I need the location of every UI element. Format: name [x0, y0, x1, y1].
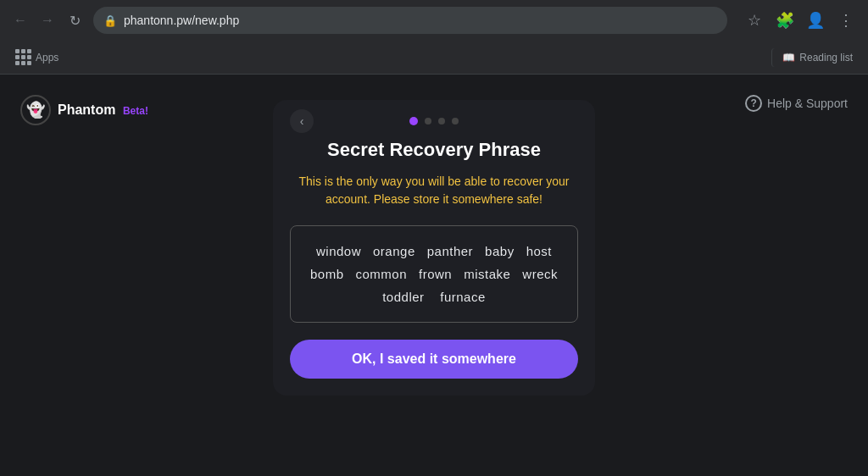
page-content: 👻 Phantom Beta! ? Help & Support ‹ Secre…: [0, 75, 868, 476]
reading-list-label: Reading list: [799, 52, 853, 64]
seed-phrase-text: window orange panther baby host bomb com…: [308, 240, 560, 308]
card-nav: ‹: [290, 117, 578, 125]
dot-4: [452, 118, 459, 125]
pagination-dots: [409, 117, 459, 125]
lock-icon: 🔒: [103, 14, 117, 27]
browser-chrome: ← → ↻ 🔒 ☆ 🧩 👤 ⋮ Apps 📖 Reading list: [0, 0, 868, 75]
reading-list-icon: 📖: [782, 52, 795, 64]
help-support-link[interactable]: ? Help & Support: [745, 95, 848, 112]
address-bar-container[interactable]: 🔒: [93, 7, 727, 34]
bookmark-button[interactable]: ☆: [741, 7, 768, 34]
card-warning: This is the only way you will be able to…: [290, 173, 578, 208]
dot-1: [409, 117, 418, 125]
help-icon: ?: [745, 95, 762, 112]
apps-link[interactable]: Apps: [8, 46, 65, 69]
nav-buttons: ← → ↻: [8, 8, 86, 32]
forward-button[interactable]: →: [36, 8, 59, 32]
ok-saved-button[interactable]: OK, I saved it somewhere: [290, 340, 578, 379]
main-card: ‹ Secret Recovery Phrase This is the onl…: [273, 100, 595, 396]
phantom-logo: 👻 Phantom Beta!: [20, 95, 148, 125]
dot-2: [425, 118, 431, 125]
card-title: Secret Recovery Phrase: [327, 139, 541, 161]
phantom-name-container: Phantom Beta!: [58, 102, 148, 118]
dot-3: [438, 118, 445, 125]
help-support-label: Help & Support: [767, 97, 848, 110]
reload-button[interactable]: ↻: [63, 8, 86, 32]
phantom-name: Phantom: [58, 102, 115, 117]
apps-label: Apps: [36, 52, 58, 64]
menu-button[interactable]: ⋮: [832, 7, 860, 34]
phantom-beta-label: Beta!: [123, 105, 148, 117]
browser-tabs-bar: Apps 📖 Reading list: [0, 41, 868, 75]
back-button[interactable]: ←: [8, 8, 32, 32]
seed-phrase-box: window orange panther baby host bomb com…: [290, 225, 578, 323]
toolbar-actions: ☆ 🧩 👤 ⋮: [741, 7, 860, 34]
reading-list-button[interactable]: 📖 Reading list: [771, 48, 860, 67]
extensions-button[interactable]: 🧩: [771, 7, 798, 34]
card-back-arrow[interactable]: ‹: [290, 109, 314, 133]
profile-button[interactable]: 👤: [802, 7, 829, 34]
browser-toolbar: ← → ↻ 🔒 ☆ 🧩 👤 ⋮: [0, 0, 868, 41]
phantom-ghost-icon: 👻: [26, 101, 45, 119]
address-bar-input[interactable]: [124, 14, 717, 27]
apps-grid-icon: [15, 49, 31, 65]
phantom-avatar: 👻: [20, 95, 51, 125]
